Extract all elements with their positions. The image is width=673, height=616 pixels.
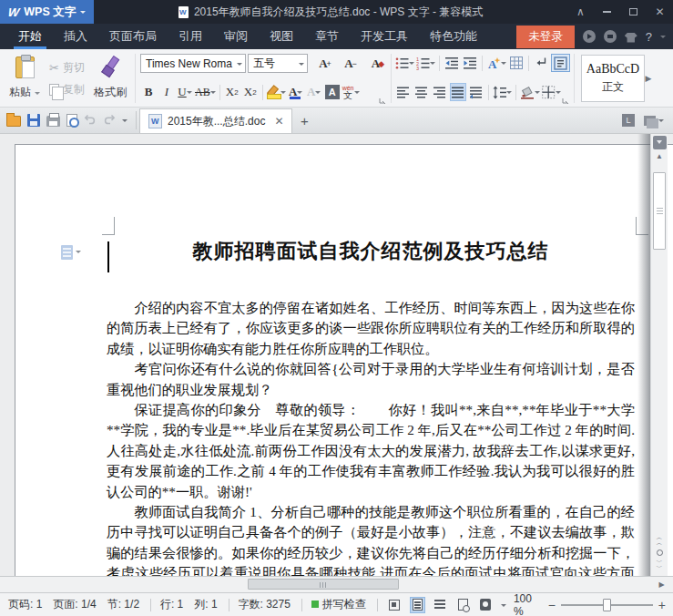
line-spacing-button[interactable] xyxy=(493,83,512,101)
paragraph[interactable]: 保证提高你的印象分 尊敬的领导： 你好！我叫**,来自**,**年毕业于**大学… xyxy=(107,400,635,502)
tab-review[interactable]: 审阅 xyxy=(213,24,259,49)
superscript-button[interactable]: X2 xyxy=(224,83,240,101)
paragraph[interactable]: 教师面试自我简介 1、分析自己哪种的技能是教师这个职位所看重的，在自己的经历中寻… xyxy=(107,502,635,576)
maximize-button[interactable] xyxy=(620,0,647,24)
horizontal-scrollbar[interactable] xyxy=(0,576,650,592)
zoom-level[interactable]: 100 % xyxy=(514,592,543,616)
ruler-toggle-icon[interactable] xyxy=(653,136,667,149)
document-page[interactable]: 教师招聘面试自我介绍范例及技巧总结 介绍的内容不宜太多的停留在诸如姓名、工作经历… xyxy=(15,144,673,576)
highlight-color-button[interactable] xyxy=(267,83,286,101)
shading-button[interactable] xyxy=(520,83,540,101)
text-effect-button[interactable]: A xyxy=(486,54,506,72)
page-view-button[interactable] xyxy=(410,597,425,613)
web-view-button[interactable] xyxy=(455,597,471,613)
paragraph[interactable]: 考官问你还有什么说的你就回答{公司对于录用的大学毕业生有何培训计划，是否重视他们… xyxy=(107,359,635,400)
borders-button[interactable] xyxy=(542,83,561,101)
subscript-button[interactable]: X2 xyxy=(242,83,259,101)
document-tab[interactable]: 2015年教...总结.doc ✕ xyxy=(139,108,292,133)
italic-button[interactable]: I xyxy=(158,83,175,101)
font-name-select[interactable]: Times New Roma xyxy=(140,54,246,73)
outline-view-button[interactable] xyxy=(433,597,448,613)
help-icon[interactable]: ? xyxy=(646,30,652,44)
tab-home[interactable]: 开始 xyxy=(7,24,53,49)
paragraph-layout-button[interactable] xyxy=(551,54,570,72)
scroll-up-icon[interactable]: ▲ xyxy=(656,152,663,161)
paragraph[interactable]: 介绍的内容不宜太多的停留在诸如姓名、工作经历、时间等东西上，因为这些在你的简历表… xyxy=(107,298,635,359)
quick-access-more-icon[interactable] xyxy=(122,119,127,125)
underline-button[interactable]: U xyxy=(177,83,193,101)
align-left-button[interactable] xyxy=(395,83,412,101)
bold-button[interactable]: B xyxy=(140,83,157,101)
wrap-text-button[interactable] xyxy=(533,54,549,72)
minimize-button[interactable] xyxy=(594,0,620,24)
save-icon[interactable] xyxy=(27,114,40,127)
wps-menu-button[interactable]: W WPS 文字 xyxy=(0,0,94,24)
print-preview-icon[interactable] xyxy=(66,114,77,127)
phonetic-guide-button[interactable]: wén 文 xyxy=(342,83,360,101)
new-tab-button[interactable]: + xyxy=(292,108,316,133)
fullscreen-button[interactable] xyxy=(387,597,403,613)
tab-view[interactable]: 视图 xyxy=(259,24,304,49)
next-page-icon[interactable]: ﹀﹀ xyxy=(657,560,663,570)
tab-section[interactable]: 章节 xyxy=(304,24,350,49)
format-painter-button[interactable]: 格式刷 xyxy=(90,54,130,103)
undo-icon[interactable] xyxy=(84,112,97,128)
zoom-out-button[interactable]: − xyxy=(548,599,556,611)
word-count[interactable]: 字数: 3275 xyxy=(238,597,290,612)
tab-insert[interactable]: 插入 xyxy=(53,24,98,49)
spellcheck-status[interactable]: 拼写检查 xyxy=(311,597,366,612)
text-effects-button[interactable]: A xyxy=(306,83,322,101)
table-grid-button[interactable] xyxy=(508,54,525,72)
character-shading-button[interactable]: A xyxy=(324,83,341,101)
read-mode-button[interactable] xyxy=(478,597,494,613)
justify-button[interactable] xyxy=(450,83,466,101)
zoom-slider-thumb[interactable] xyxy=(603,599,611,611)
font-color-button[interactable]: A xyxy=(288,83,304,101)
open-file-icon[interactable] xyxy=(6,116,21,127)
scroll-right-icon[interactable]: ▶ xyxy=(650,576,673,592)
print-icon[interactable] xyxy=(46,116,60,127)
vertical-scroll-thumb[interactable] xyxy=(653,172,666,250)
copy-button[interactable]: 复制 xyxy=(49,82,85,98)
horizontal-scroll-thumb[interactable] xyxy=(248,579,399,590)
increase-indent-button[interactable] xyxy=(462,54,478,72)
previous-page-icon[interactable]: ︿︿ xyxy=(657,535,663,546)
font-dialog-launcher[interactable] xyxy=(379,98,386,105)
decrease-indent-button[interactable] xyxy=(444,54,460,72)
styles-scroll-button[interactable]: ▶ xyxy=(645,55,652,102)
task-pane-icon[interactable]: L xyxy=(622,114,635,127)
paste-button[interactable]: 粘贴 xyxy=(5,54,44,103)
redo-icon[interactable] xyxy=(103,112,116,128)
decrease-font-button[interactable]: A− xyxy=(342,55,359,73)
zoom-in-button[interactable]: + xyxy=(658,599,666,611)
vertical-scrollbar[interactable]: ▲ ︿︿ ﹀﹀ xyxy=(650,134,668,576)
message-circle-icon[interactable] xyxy=(604,30,617,43)
paragraph-options-button[interactable] xyxy=(61,245,81,260)
view-more-icon[interactable] xyxy=(501,604,506,610)
font-size-select[interactable]: 五号 xyxy=(248,54,308,73)
vertical-scroll-track[interactable] xyxy=(651,161,668,531)
tab-references[interactable]: 引用 xyxy=(168,24,213,49)
close-tab-icon[interactable]: ✕ xyxy=(274,115,283,128)
select-browse-object-icon[interactable] xyxy=(657,549,663,556)
collapse-ribbon-button[interactable]: ∧ xyxy=(567,0,594,24)
numbered-list-button[interactable]: 123 xyxy=(416,54,435,72)
arrange-windows-button[interactable] xyxy=(644,116,664,126)
more-menu-icon[interactable] xyxy=(660,36,666,41)
tab-developer[interactable]: 开发工具 xyxy=(350,24,419,49)
tab-page-layout[interactable]: 页面布局 xyxy=(98,24,168,49)
cut-button[interactable]: ✂ 剪切 xyxy=(49,60,85,76)
bullet-list-button[interactable] xyxy=(395,54,414,72)
login-button[interactable]: 未登录 xyxy=(516,26,575,48)
skin-icon[interactable] xyxy=(625,33,637,43)
paragraph-dialog-launcher[interactable] xyxy=(562,98,569,105)
increase-font-button[interactable]: A+ xyxy=(317,55,333,73)
tab-special-features[interactable]: 特色功能 xyxy=(419,24,488,49)
clear-format-button[interactable]: A◆ xyxy=(370,55,386,73)
play-circle-icon[interactable] xyxy=(583,30,596,43)
close-button[interactable]: ✕ xyxy=(647,0,673,24)
document-title[interactable]: 教师招聘面试自我介绍范例及技巧总结 xyxy=(107,236,635,267)
zoom-slider[interactable] xyxy=(561,604,653,606)
distribute-button[interactable] xyxy=(468,83,484,101)
align-center-button[interactable] xyxy=(413,83,430,101)
